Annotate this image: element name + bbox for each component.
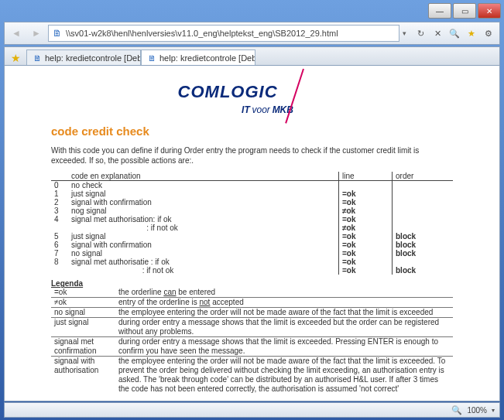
tab-label: help: kredietcontrole [Debiteur... xyxy=(45,53,141,63)
col-line: line xyxy=(339,172,393,181)
minimize-button[interactable]: — xyxy=(428,3,451,19)
nav-bar: ◄ ► 🗎 \\sv01-w2k8\henl\henlversies\v11.0… xyxy=(4,22,500,45)
legend-row: just signalduring order entry a message … xyxy=(51,318,453,337)
cell-order xyxy=(393,224,454,232)
cell-line: =ok xyxy=(339,258,393,266)
tab-2[interactable]: 🗎 help: kredietcontrole [Debit... ✕ xyxy=(141,50,255,66)
legend-val: entry of the orderline is not accepted xyxy=(115,298,453,308)
table-row: 3nog signal≠ok xyxy=(51,207,453,215)
cell-num xyxy=(51,266,68,275)
title-bar: — ▭ ✕ xyxy=(0,0,504,22)
cell-order xyxy=(393,198,454,207)
table-row: : if not ok=okblock xyxy=(51,266,453,275)
legend-val: during order entry a message shows that … xyxy=(115,337,453,357)
cell-num: 6 xyxy=(51,241,68,249)
cell-expl: signal met authorisatie : if ok xyxy=(68,258,339,266)
cell-line: =ok xyxy=(339,232,393,241)
cell-expl: : if not ok xyxy=(68,224,339,232)
table-row: 2signal with confirmation=ok xyxy=(51,198,453,207)
close-button[interactable]: ✕ xyxy=(478,3,501,19)
cell-line: =ok xyxy=(339,241,393,249)
zoom-icon[interactable]: 🔍 xyxy=(451,405,462,415)
cell-order xyxy=(393,190,454,198)
cell-expl: signal met authorisation: if ok xyxy=(68,215,339,224)
page-title: code credit check xyxy=(51,125,453,138)
legend-key: signaal met confirmation xyxy=(51,337,115,357)
table-header: code en explanation line order xyxy=(51,172,453,181)
legend-key: ≠ok xyxy=(51,298,115,308)
tools-button[interactable]: ⚙ xyxy=(481,26,496,41)
cell-num: 7 xyxy=(51,249,68,258)
maximize-button[interactable]: ▭ xyxy=(453,3,476,19)
browser-window: — ▭ ✕ ◄ ► 🗎 \\sv01-w2k8\henl\henlversies… xyxy=(0,0,504,420)
cell-num: 5 xyxy=(51,232,68,241)
legend-row: ≠okentry of the orderline is not accepte… xyxy=(51,298,453,308)
cell-expl: no signal xyxy=(68,249,339,258)
cell-line: =ok xyxy=(339,190,393,198)
zoom-level: 100% xyxy=(467,406,487,415)
cell-num: 3 xyxy=(51,207,68,215)
legend-val: the employee entering the order will not… xyxy=(115,357,453,394)
cell-order: block xyxy=(393,241,454,249)
legend-val: during order entry a message shows that … xyxy=(115,318,453,337)
col-code: code en explanation xyxy=(68,172,339,181)
cell-line: ≠ok xyxy=(339,207,393,215)
stop-button[interactable]: ✕ xyxy=(430,26,445,41)
content-frame: COMLOGIC IT voor MKB code credit check W… xyxy=(4,65,500,401)
cell-expl: just signal xyxy=(68,190,339,198)
legend-row: signaal met confirmationduring order ent… xyxy=(51,337,453,357)
cell-line: ≠ok xyxy=(339,224,393,232)
cell-num: 8 xyxy=(51,258,68,266)
page-icon: 🗎 xyxy=(33,53,42,63)
address-text: \\sv01-w2k8\henl\henlversies\v11.0_eng\h… xyxy=(66,29,338,38)
cell-order: block xyxy=(393,266,454,275)
codes-table: code en explanation line order 0no check… xyxy=(51,172,453,275)
refresh-button[interactable]: ↻ xyxy=(413,26,428,41)
cell-line: =ok xyxy=(339,215,393,224)
cell-expl: : if not ok xyxy=(68,266,339,275)
legend-key: no signal xyxy=(51,308,115,318)
cell-expl: no check xyxy=(68,181,339,190)
table-row: : if not ok≠ok xyxy=(51,224,453,232)
logo: COMLOGIC IT voor MKB xyxy=(51,72,453,115)
legend-key: =ok xyxy=(51,288,115,298)
address-bar[interactable]: 🗎 \\sv01-w2k8\henl\henlversies\v11.0_eng… xyxy=(48,25,399,42)
table-row: 7no signal=okblock xyxy=(51,249,453,258)
col-order: order xyxy=(393,172,454,181)
zoom-dropdown-icon[interactable]: ▾ xyxy=(492,407,495,414)
cell-num xyxy=(51,224,68,232)
cell-line: =ok xyxy=(339,266,393,275)
legend-table: =okthe orderline can be entered≠okentry … xyxy=(51,288,453,394)
cell-expl: signal with confirmation xyxy=(68,241,339,249)
favorites-star-icon[interactable]: ★ xyxy=(8,50,23,66)
table-row: 4signal met authorisation: if ok=ok xyxy=(51,215,453,224)
table-row: 6signal with confirmation=okblock xyxy=(51,241,453,249)
search-button[interactable]: 🔍 xyxy=(447,26,462,41)
tab-1[interactable]: 🗎 help: kredietcontrole [Debiteur... xyxy=(26,50,141,66)
cell-expl: just signal xyxy=(68,232,339,241)
legend-val: the orderline can be entered xyxy=(115,288,453,298)
cell-num: 4 xyxy=(51,215,68,224)
table-row: 0no check xyxy=(51,181,453,190)
address-dropdown-icon[interactable]: ▾ xyxy=(403,29,406,37)
tab-strip: ★ 🗎 help: kredietcontrole [Debiteur... 🗎… xyxy=(4,46,500,67)
legend-row: =okthe orderline can be entered xyxy=(51,288,453,298)
table-row: 1just signal=ok xyxy=(51,190,453,198)
legend-row: no signalthe employee entering the order… xyxy=(51,308,453,318)
back-button[interactable]: ◄ xyxy=(8,26,25,41)
cell-order xyxy=(393,207,454,215)
document-body: COMLOGIC IT voor MKB code credit check W… xyxy=(5,66,499,401)
status-bar: 🔍 100% ▾ xyxy=(4,402,500,418)
cell-expl: signal with confirmation xyxy=(68,198,339,207)
legend-title: Legenda xyxy=(51,279,453,288)
cell-order: block xyxy=(393,232,454,241)
cell-order xyxy=(393,215,454,224)
forward-button[interactable]: ► xyxy=(28,26,45,41)
legend-key: just signal xyxy=(51,318,115,337)
favorites-button[interactable]: ★ xyxy=(464,26,479,41)
cell-num: 0 xyxy=(51,181,68,190)
logo-brand: COMLOGIC xyxy=(178,82,278,101)
cell-expl: nog signal xyxy=(68,207,339,215)
legend-key: signaal with authorisation xyxy=(51,357,115,394)
cell-num: 2 xyxy=(51,198,68,207)
